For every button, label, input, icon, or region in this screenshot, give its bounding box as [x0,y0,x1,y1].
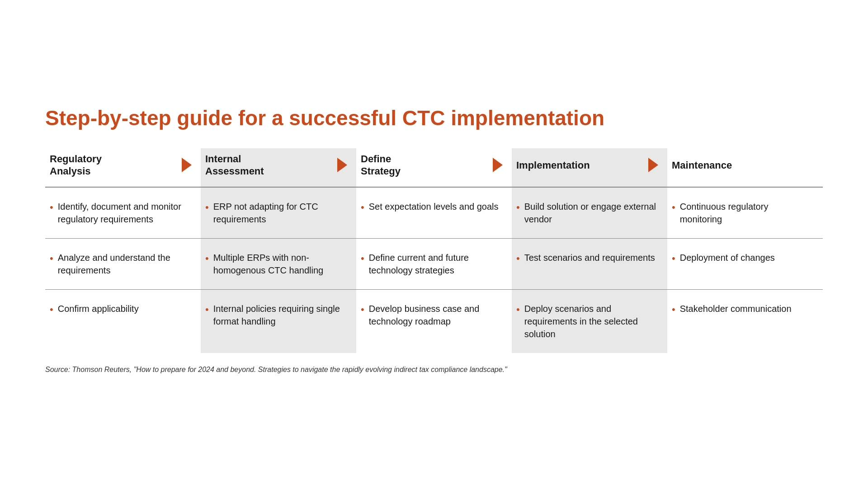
data-cell-r2-c1: •Internal policies requiring single form… [201,290,356,353]
cell-text: ERP not adapting for CTC requirements [213,200,345,226]
data-cell-r0-c0: •Identify, document and monitor regulato… [45,188,201,238]
bullet-icon: • [205,252,209,266]
header-label-col4: Implementation [516,159,590,172]
bullet-icon: • [672,303,675,317]
cell-text: Deployment of changes [680,251,812,264]
header-label-col2: InternalAssessment [205,153,264,178]
cell-text: Continuous regulatory monitoring [680,200,812,226]
source-line: Source: Thomson Reuters, "How to prepare… [45,366,823,374]
bullet-icon: • [205,303,209,317]
bullet-icon: • [516,201,520,215]
arrow-icon-col2 [337,158,347,172]
header-label-col5: Maintenance [672,159,732,172]
cell-text: Define current and future technology str… [369,251,501,277]
table-wrapper: RegulatoryAnalysisInternalAssessmentDefi… [45,148,823,353]
header-label-col3: DefineStrategy [361,153,401,178]
cell-text: Confirm applicability [58,302,190,315]
arrow-icon-col1 [182,158,192,172]
data-cell-r1-c1: •Multiple ERPs with non-homogenous CTC h… [201,239,356,289]
arrow-icon-col3 [493,158,503,172]
bullet-icon: • [672,201,675,215]
table-row: •Analyze and understand the requirements… [45,239,823,290]
arrow-icon-col4 [648,158,658,172]
header-label-col1: RegulatoryAnalysis [50,153,102,178]
data-cell-r2-c2: •Develop business case and technology ro… [356,290,512,353]
data-cell-r1-c0: •Analyze and understand the requirements [45,239,201,289]
data-cell-r0-c4: •Continuous regulatory monitoring [667,188,823,238]
header-cell-col1: RegulatoryAnalysis [45,148,201,187]
bullet-icon: • [205,201,209,215]
page-title: Step-by-step guide for a successful CTC … [45,106,823,130]
data-rows: •Identify, document and monitor regulato… [45,188,823,353]
cell-text: Deploy scenarios and requirements in the… [524,302,656,340]
data-cell-r1-c2: •Define current and future technology st… [356,239,512,289]
bullet-icon: • [361,252,364,266]
page-container: Step-by-step guide for a successful CTC … [23,88,845,392]
header-cell-col5: Maintenance [667,148,823,187]
data-cell-r1-c4: •Deployment of changes [667,239,823,289]
bullet-icon: • [516,303,520,317]
data-cell-r1-c3: •Test scenarios and requirements [512,239,667,289]
bullet-icon: • [361,201,364,215]
cell-text: Build solution or engage external vendor [524,200,656,226]
bullet-icon: • [672,252,675,266]
header-cell-col2: InternalAssessment [201,148,356,187]
cell-text: Test scenarios and requirements [524,251,656,264]
cell-text: Multiple ERPs with non-homogenous CTC ha… [213,251,345,277]
bullet-icon: • [516,252,520,266]
data-cell-r0-c2: •Set expectation levels and goals [356,188,512,238]
cell-text: Stakeholder communication [680,302,812,315]
data-cell-r0-c3: •Build solution or engage external vendo… [512,188,667,238]
bullet-icon: • [50,201,53,215]
cell-text: Set expectation levels and goals [369,200,501,213]
data-cell-r2-c3: •Deploy scenarios and requirements in th… [512,290,667,353]
table-row: •Confirm applicability•Internal policies… [45,290,823,353]
cell-text: Identify, document and monitor regulator… [58,200,190,226]
table-row: •Identify, document and monitor regulato… [45,188,823,239]
cell-text: Analyze and understand the requirements [58,251,190,277]
data-cell-r0-c1: •ERP not adapting for CTC requirements [201,188,356,238]
cell-text: Internal policies requiring single forma… [213,302,345,328]
data-cell-r2-c0: •Confirm applicability [45,290,201,353]
bullet-icon: • [50,303,53,317]
header-row: RegulatoryAnalysisInternalAssessmentDefi… [45,148,823,187]
data-cell-r2-c4: •Stakeholder communication [667,290,823,353]
bullet-icon: • [50,252,53,266]
cell-text: Develop business case and technology roa… [369,302,501,328]
header-cell-col3: DefineStrategy [356,148,512,187]
header-cell-col4: Implementation [512,148,667,187]
bullet-icon: • [361,303,364,317]
